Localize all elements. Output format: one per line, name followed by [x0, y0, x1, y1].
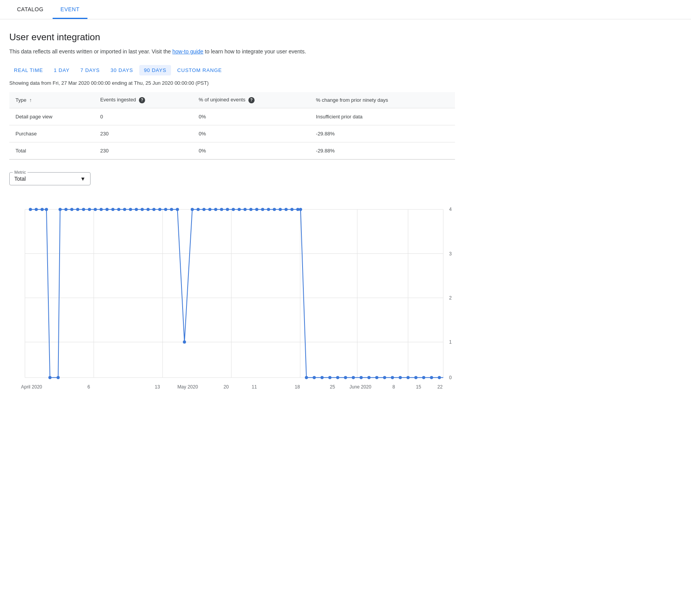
svg-point-80: [414, 376, 417, 379]
svg-point-26: [70, 208, 74, 211]
tab-90days[interactable]: 90 DAYS: [139, 65, 171, 75]
tab-catalog[interactable]: CATALOG: [9, 0, 51, 19]
svg-point-53: [232, 208, 235, 211]
svg-point-33: [111, 208, 115, 211]
cell-type-total: Total: [9, 142, 94, 159]
start-date: Fri, 27 Mar 2020 00:00:00: [53, 80, 111, 86]
metric-label: Metric: [13, 170, 27, 175]
svg-point-46: [191, 208, 194, 211]
svg-point-35: [123, 208, 126, 211]
svg-text:15: 15: [416, 384, 421, 390]
svg-point-82: [430, 376, 433, 379]
svg-text:2: 2: [449, 295, 452, 301]
tab-30days[interactable]: 30 DAYS: [106, 65, 138, 75]
svg-point-27: [76, 208, 79, 211]
svg-text:8: 8: [392, 384, 395, 390]
svg-point-45: [183, 341, 186, 344]
cell-change-total: -29.88%: [310, 142, 455, 159]
svg-text:11: 11: [252, 384, 257, 390]
svg-point-64: [296, 208, 299, 211]
col-unjoined: % of unjoined events ?: [193, 92, 310, 108]
svg-point-81: [422, 376, 425, 379]
svg-point-83: [438, 376, 441, 379]
svg-point-58: [261, 208, 264, 211]
svg-point-43: [170, 208, 173, 211]
svg-text:20: 20: [224, 384, 229, 390]
metric-dropdown-wrapper: Metric Total ▼: [9, 172, 91, 185]
svg-point-37: [135, 208, 138, 211]
metric-select[interactable]: Total ▼: [14, 173, 86, 182]
svg-point-55: [243, 208, 246, 211]
time-range-tabs: REAL TIME 1 DAY 7 DAYS 30 DAYS 90 DAYS C…: [9, 65, 455, 75]
page-description: This data reflects all events written or…: [9, 47, 455, 56]
tab-custom-range[interactable]: CUSTOM RANGE: [173, 65, 227, 75]
svg-point-71: [344, 376, 347, 379]
svg-point-61: [279, 208, 282, 211]
svg-point-38: [141, 208, 144, 211]
tab-event[interactable]: EVENT: [53, 0, 87, 19]
svg-point-73: [359, 376, 363, 379]
page-content: User event integration This data reflect…: [0, 19, 464, 430]
svg-point-32: [106, 208, 109, 211]
svg-point-40: [152, 208, 156, 211]
col-change: % change from prior ninety days: [310, 92, 455, 108]
svg-point-36: [129, 208, 132, 211]
page-title: User event integration: [9, 32, 455, 43]
cell-change-detail: Insufficient prior data: [310, 108, 455, 125]
cell-unjoined-total: 0%: [193, 142, 310, 159]
svg-point-49: [208, 208, 211, 211]
svg-point-20: [41, 208, 44, 211]
cell-unjoined-detail: 0%: [193, 108, 310, 125]
svg-point-30: [94, 208, 97, 211]
svg-point-21: [45, 208, 48, 211]
svg-text:4: 4: [449, 207, 452, 212]
svg-point-24: [58, 208, 62, 211]
svg-point-44: [176, 208, 179, 211]
svg-point-67: [313, 376, 316, 379]
how-to-guide-link[interactable]: how-to guide: [172, 48, 203, 55]
help-icon-events-ingested[interactable]: ?: [139, 97, 145, 103]
cell-ingested-total: 230: [94, 142, 193, 159]
svg-text:3: 3: [449, 251, 452, 256]
svg-point-75: [375, 376, 378, 379]
svg-text:April 2020: April 2020: [21, 384, 42, 390]
svg-point-79: [407, 376, 410, 379]
svg-point-52: [226, 208, 229, 211]
svg-point-62: [284, 208, 287, 211]
cell-ingested-detail: 0: [94, 108, 193, 125]
svg-point-31: [99, 208, 103, 211]
svg-point-66: [305, 376, 308, 379]
top-navigation: CATALOG EVENT: [0, 0, 691, 19]
col-type[interactable]: Type ↑: [9, 92, 94, 108]
tab-7days[interactable]: 7 DAYS: [76, 65, 104, 75]
svg-point-76: [383, 376, 386, 379]
svg-point-28: [82, 208, 85, 211]
help-icon-unjoined[interactable]: ?: [248, 97, 255, 103]
svg-text:1: 1: [449, 339, 452, 345]
events-table: Type ↑ Events ingested ? % of unjoined e…: [9, 92, 455, 160]
svg-point-63: [291, 208, 294, 211]
svg-point-60: [273, 208, 276, 211]
svg-point-51: [220, 208, 223, 211]
svg-point-34: [117, 208, 120, 211]
svg-point-74: [368, 376, 371, 379]
svg-point-39: [147, 208, 150, 211]
svg-point-19: [35, 208, 38, 211]
svg-text:June 2020: June 2020: [349, 384, 371, 390]
svg-point-48: [202, 208, 205, 211]
chart-container: 4 3 2 1 0: [9, 198, 455, 418]
date-range-info: Showing data from Fri, 27 Mar 2020 00:00…: [9, 80, 455, 86]
svg-point-50: [214, 208, 217, 211]
tab-realtime[interactable]: REAL TIME: [9, 65, 48, 75]
svg-point-41: [158, 208, 161, 211]
svg-point-25: [64, 208, 67, 211]
svg-point-65: [299, 208, 302, 211]
svg-point-70: [336, 376, 339, 379]
dropdown-arrow-icon: ▼: [80, 176, 86, 182]
cell-change-purchase: -29.88%: [310, 125, 455, 142]
col-events-ingested: Events ingested ?: [94, 92, 193, 108]
table-row: Detail page view 0 0% Insufficient prior…: [9, 108, 455, 125]
metric-container: Metric Total ▼: [9, 172, 455, 185]
tab-1day[interactable]: 1 DAY: [49, 65, 74, 75]
event-chart: 4 3 2 1 0: [9, 198, 455, 401]
